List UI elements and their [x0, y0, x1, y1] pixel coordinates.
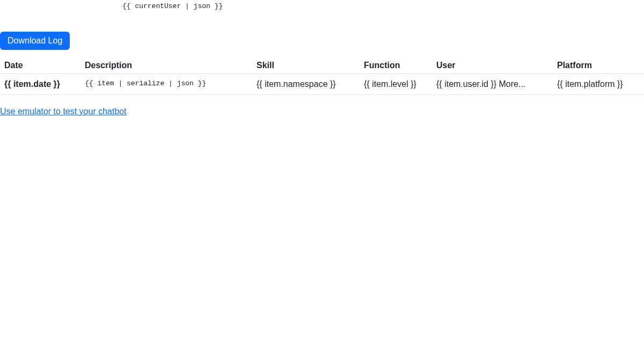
log-table: Date Description Skill Function User Pla… — [0, 56, 644, 95]
cell-user[interactable]: {{ item.user.id }} More... — [432, 74, 553, 95]
column-header-description: Description — [80, 56, 252, 74]
column-header-platform: Platform — [553, 56, 644, 74]
cell-function: {{ item.level }} — [360, 74, 432, 95]
column-header-user: User — [432, 56, 553, 74]
debug-expression: {{ currentUser | json }} — [122, 0, 644, 10]
table-header-row: Date Description Skill Function User Pla… — [0, 56, 644, 74]
cell-date: {{ item.date }} — [0, 74, 80, 95]
emulator-link[interactable]: Use emulator to test your chatbot — [0, 107, 127, 116]
table-row: {{ item.date }} {{ item | serialize | js… — [0, 74, 644, 95]
cell-description: {{ item | serialize | json }} — [80, 74, 252, 95]
column-header-function: Function — [360, 56, 432, 74]
cell-platform: {{ item.platform }} — [553, 74, 644, 95]
column-header-date: Date — [0, 56, 80, 74]
cell-skill: {{ item.namespace }} — [252, 74, 360, 95]
column-header-skill: Skill — [252, 56, 360, 74]
download-log-button[interactable]: Download Log — [0, 32, 70, 50]
